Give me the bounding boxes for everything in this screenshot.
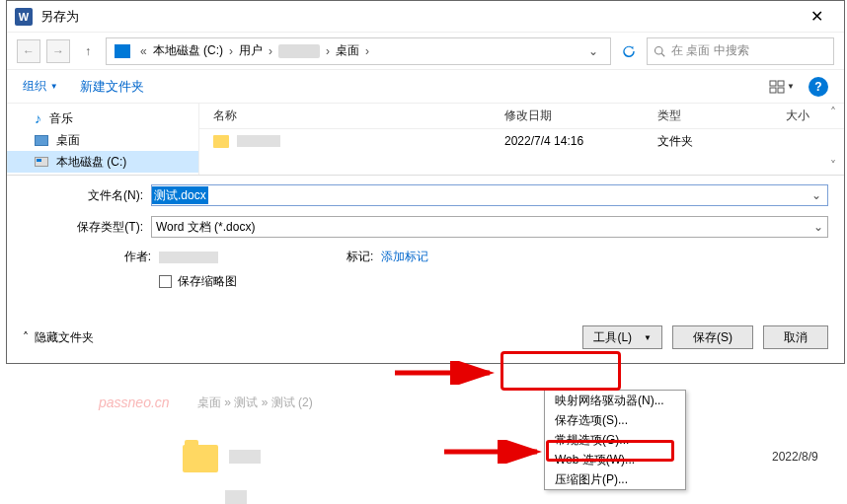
form-area: 文件名(N): 测试.docx ⌄ 保存类型(T): Word 文档 (*.do… bbox=[7, 175, 844, 316]
chevron-icon: › bbox=[359, 44, 375, 58]
bottom-bar: ˄ 隐藏文件夹 工具(L) ▼ 保存(S) 取消 bbox=[7, 316, 844, 363]
search-input[interactable]: 在 桌面 中搜索 bbox=[647, 37, 834, 65]
svg-line-1 bbox=[661, 53, 664, 56]
background-filename-redacted bbox=[229, 450, 261, 464]
navbar: ← → ↑ « 本地磁盘 (C:) › 用户 › › 桌面 › ⌄ 在 桌面 中… bbox=[7, 33, 844, 70]
chevron-down-icon: ▼ bbox=[644, 333, 652, 342]
breadcrumb-seg[interactable]: 桌面 bbox=[336, 42, 359, 59]
chevron-icon: › bbox=[320, 44, 336, 58]
breadcrumb[interactable]: « 本地磁盘 (C:) › 用户 › › 桌面 › ⌄ bbox=[106, 37, 611, 65]
tools-dropdown-menu: 映射网络驱动器(N)... 保存选项(S)... 常规选项(G)... Web … bbox=[544, 390, 686, 490]
folder-icon bbox=[213, 135, 229, 148]
breadcrumb-seg[interactable]: 本地磁盘 (C:) bbox=[153, 42, 223, 59]
svg-rect-4 bbox=[770, 88, 776, 93]
hide-folders-toggle[interactable]: ˄ 隐藏文件夹 bbox=[23, 329, 94, 346]
new-folder-button[interactable]: 新建文件夹 bbox=[80, 78, 144, 96]
svg-rect-3 bbox=[778, 81, 784, 86]
menu-compress-pics[interactable]: 压缩图片(P)... bbox=[545, 469, 685, 489]
close-button[interactable]: ✕ bbox=[797, 7, 836, 26]
cancel-button[interactable]: 取消 bbox=[763, 325, 828, 349]
background-item-redacted bbox=[225, 490, 247, 504]
disk-icon bbox=[35, 157, 48, 167]
music-icon: ♪ bbox=[35, 110, 41, 126]
content-area: ♪ 音乐 桌面 本地磁盘 (C:) ˄ 名称 修改日期 类型 大小 bbox=[7, 104, 844, 175]
filename-label: 文件名(N): bbox=[23, 187, 151, 204]
word-icon: W bbox=[15, 8, 33, 26]
file-type: 文件夹 bbox=[644, 133, 772, 150]
thumbnail-checkbox[interactable] bbox=[159, 275, 172, 288]
sidebar-label: 音乐 bbox=[49, 110, 73, 127]
help-button[interactable]: ? bbox=[808, 77, 828, 97]
col-date[interactable]: 修改日期 bbox=[491, 108, 644, 124]
filetype-label: 保存类型(T): bbox=[23, 219, 151, 236]
tools-button[interactable]: 工具(L) ▼ bbox=[582, 325, 662, 349]
sidebar-item-music[interactable]: ♪ 音乐 bbox=[7, 108, 198, 129]
col-type[interactable]: 类型 bbox=[644, 108, 772, 124]
scroll-down[interactable]: ˅ bbox=[826, 159, 840, 173]
annotation-arrow bbox=[393, 361, 501, 385]
author-value-redacted bbox=[159, 252, 218, 263]
tags-label: 标记: bbox=[346, 249, 373, 265]
desktop-icon bbox=[35, 135, 48, 146]
chevron-down-icon[interactable]: ⌄ bbox=[806, 188, 827, 202]
forward-button[interactable]: → bbox=[46, 39, 70, 63]
breadcrumb-dropdown[interactable]: ⌄ bbox=[580, 44, 606, 58]
file-date: 2022/7/4 14:16 bbox=[491, 134, 644, 148]
chevron-down-icon: ⌄ bbox=[813, 220, 823, 234]
drive-icon bbox=[115, 44, 130, 58]
scroll-up[interactable]: ˄ bbox=[826, 106, 840, 119]
chevron-up-icon: ˄ bbox=[23, 330, 29, 344]
column-headers: 名称 修改日期 类型 大小 bbox=[199, 104, 844, 129]
file-row[interactable]: 2022/7/4 14:16 文件夹 bbox=[199, 129, 844, 153]
background-folder-icon bbox=[183, 445, 218, 472]
svg-rect-2 bbox=[770, 81, 776, 86]
sidebar-item-desktop[interactable]: 桌面 bbox=[7, 129, 198, 151]
dialog-title: 另存为 bbox=[40, 8, 797, 26]
chevron-icon: › bbox=[263, 44, 278, 58]
view-button[interactable]: ▼ bbox=[765, 78, 799, 96]
search-placeholder: 在 桌面 中搜索 bbox=[671, 42, 749, 59]
menu-save-options[interactable]: 保存选项(S)... bbox=[545, 410, 685, 430]
background-date: 2022/8/9 bbox=[772, 450, 818, 464]
sidebar: ♪ 音乐 桌面 本地磁盘 (C:) bbox=[7, 104, 199, 175]
filename-redacted bbox=[237, 135, 280, 147]
menu-map-drive[interactable]: 映射网络驱动器(N)... bbox=[545, 391, 685, 410]
refresh-button[interactable] bbox=[617, 39, 641, 63]
filetype-select[interactable]: Word 文档 (*.docx) ⌄ bbox=[151, 216, 828, 238]
breadcrumb-seg-redacted bbox=[278, 44, 320, 58]
save-button[interactable]: 保存(S) bbox=[672, 325, 753, 349]
sidebar-item-disk[interactable]: 本地磁盘 (C:) bbox=[7, 151, 198, 173]
annotation-arrow bbox=[442, 440, 549, 464]
menu-web-options[interactable]: Web 选项(W)... bbox=[545, 450, 685, 469]
file-list: ˄ 名称 修改日期 类型 大小 2022/7/4 14:16 文件夹 ˅ bbox=[199, 104, 844, 175]
back-button[interactable]: ← bbox=[17, 39, 40, 63]
filename-input[interactable]: 测试.docx ⌄ bbox=[151, 184, 828, 206]
titlebar: W 另存为 ✕ bbox=[7, 1, 844, 33]
svg-point-0 bbox=[655, 46, 663, 54]
add-tag-link[interactable]: 添加标记 bbox=[381, 249, 428, 265]
chevron-down-icon: ▼ bbox=[50, 82, 58, 91]
menu-general-options[interactable]: 常规选项(G)... bbox=[545, 430, 685, 450]
organize-button[interactable]: 组织 ▼ bbox=[23, 78, 58, 96]
save-as-dialog: W 另存为 ✕ ← → ↑ « 本地磁盘 (C:) › 用户 › › 桌面 › … bbox=[6, 0, 845, 364]
author-label: 作者: bbox=[23, 249, 151, 265]
chevron-down-icon: ▼ bbox=[787, 82, 795, 91]
chevron-icon: › bbox=[223, 44, 239, 58]
svg-rect-5 bbox=[778, 88, 784, 93]
breadcrumb-seg[interactable]: 用户 bbox=[239, 42, 263, 59]
background-path: 桌面 » 测试 » 测试 (2) bbox=[197, 395, 313, 411]
col-name[interactable]: 名称 bbox=[199, 108, 491, 124]
chevron-icon: « bbox=[134, 44, 153, 58]
up-button[interactable]: ↑ bbox=[76, 39, 100, 63]
sidebar-label: 桌面 bbox=[56, 132, 80, 149]
watermark: passneo.cn bbox=[99, 395, 170, 410]
thumbnail-label: 保存缩略图 bbox=[178, 273, 237, 290]
toolbar: 组织 ▼ 新建文件夹 ▼ ? bbox=[7, 70, 844, 104]
sidebar-label: 本地磁盘 (C:) bbox=[56, 154, 126, 171]
